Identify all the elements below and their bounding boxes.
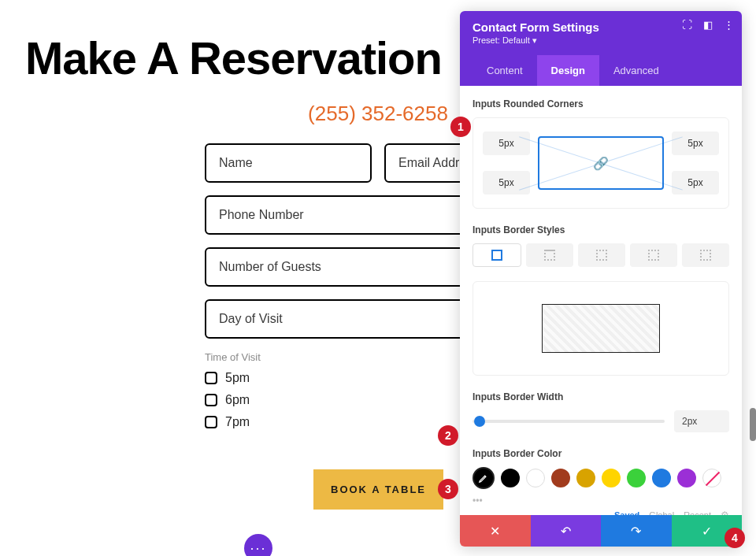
color-swatch[interactable]: [677, 469, 696, 487]
radio-icon: [205, 372, 217, 384]
border-style-left[interactable]: [682, 243, 729, 267]
undo-button[interactable]: ↶: [531, 515, 602, 547]
step-badge-3: 3: [438, 479, 458, 499]
more-dots[interactable]: •••: [472, 495, 729, 506]
corner-bottom-right[interactable]: 5px: [672, 171, 719, 195]
border-bottom-icon: [648, 250, 659, 261]
link-icon: 🔗: [593, 156, 609, 171]
page-fab-icon[interactable]: ···: [244, 534, 272, 556]
border-right-icon: [596, 250, 607, 261]
border-preview: [542, 304, 660, 353]
time-option-label: 7pm: [225, 415, 250, 429]
border-styles-control: [472, 243, 729, 267]
dock-icon[interactable]: ◧: [703, 19, 713, 31]
name-field[interactable]: Name: [205, 143, 372, 183]
border-top-icon: [544, 250, 555, 261]
corner-preview[interactable]: 🔗: [538, 136, 664, 190]
section-border-width-label: Inputs Border Width: [472, 391, 729, 402]
border-width-value[interactable]: 2px: [674, 410, 729, 432]
border-preview-card: [472, 281, 729, 376]
section-border-styles-label: Inputs Border Styles: [472, 224, 729, 235]
panel-header: Contact Form Settings Preset: Default ▾ …: [460, 11, 742, 86]
time-option-label: 6pm: [225, 393, 250, 407]
menu-icon[interactable]: ⋮: [724, 19, 734, 31]
settings-panel: Contact Form Settings Preset: Default ▾ …: [460, 11, 742, 547]
step-badge-4: 4: [724, 528, 745, 548]
color-swatch[interactable]: [551, 469, 570, 487]
tab-design[interactable]: Design: [537, 55, 599, 86]
section-border-color-label: Inputs Border Color: [472, 448, 729, 459]
redo-button[interactable]: ↷: [601, 515, 672, 547]
rounded-corners-control: 5px 🔗 5px 5px 5px: [472, 117, 729, 209]
border-left-icon: [700, 250, 711, 261]
radio-icon: [205, 394, 217, 406]
border-width-control: 2px: [472, 410, 729, 432]
border-style-top[interactable]: [526, 243, 573, 267]
panel-tabs: Content Design Advanced: [472, 55, 729, 86]
slider-thumb[interactable]: [474, 416, 485, 427]
border-width-slider[interactable]: [472, 420, 665, 423]
panel-preset[interactable]: Preset: Default ▾: [472, 35, 729, 46]
panel-body: Inputs Rounded Corners 5px 🔗 5px 5px 5px…: [460, 86, 742, 515]
tab-content[interactable]: Content: [472, 55, 537, 86]
corner-top-right[interactable]: 5px: [672, 132, 719, 155]
color-picker-button[interactable]: [472, 467, 495, 489]
book-table-button[interactable]: BOOK A TABLE: [313, 469, 443, 510]
border-style-right[interactable]: [578, 243, 625, 267]
color-swatch[interactable]: [627, 469, 646, 487]
time-option-label: 5pm: [225, 371, 250, 385]
section-rounded-corners-label: Inputs Rounded Corners: [472, 98, 729, 109]
border-style-all[interactable]: [472, 243, 521, 267]
square-icon: [491, 250, 502, 261]
color-meta-row: Saved Global Recent ⚙: [472, 510, 729, 515]
color-swatch[interactable]: [526, 469, 545, 487]
color-swatch[interactable]: [501, 469, 520, 487]
radio-icon: [205, 416, 217, 428]
day-select-label: Day of Visit: [219, 312, 283, 326]
color-swatch[interactable]: [576, 469, 595, 487]
border-style-bottom[interactable]: [630, 243, 677, 267]
gear-icon[interactable]: ⚙: [721, 510, 729, 515]
color-swatch-none[interactable]: [702, 469, 721, 487]
step-badge-2: 2: [438, 425, 458, 446]
close-button[interactable]: ✕: [460, 515, 531, 547]
scrollbar-thumb[interactable]: [750, 408, 756, 441]
panel-footer: ✕ ↶ ↷ ✓: [460, 515, 742, 547]
corner-bottom-left[interactable]: 5px: [483, 171, 530, 195]
expand-icon[interactable]: ⛶: [682, 19, 692, 31]
step-badge-1: 1: [450, 117, 471, 137]
tab-advanced[interactable]: Advanced: [599, 55, 673, 86]
corner-top-left[interactable]: 5px: [483, 132, 530, 155]
border-color-swatches: [472, 467, 729, 489]
color-swatch[interactable]: [602, 469, 621, 487]
color-swatch[interactable]: [652, 469, 671, 487]
